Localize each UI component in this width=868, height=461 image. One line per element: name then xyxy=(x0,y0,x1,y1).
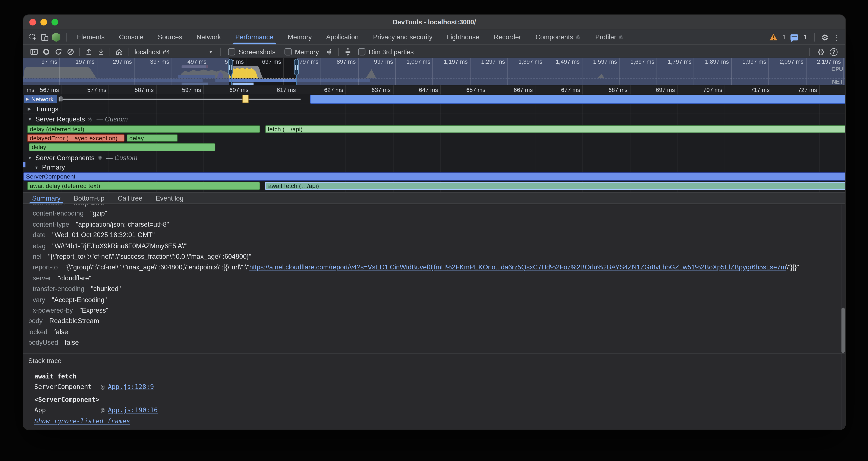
summary-row: date"Wed, 01 Oct 2025 18:32:01 GMT" xyxy=(23,230,845,241)
timings-track[interactable]: ▶ Timings xyxy=(23,104,845,114)
timeline-entry[interactable]: await fetch (…/api) xyxy=(265,181,845,190)
timeline-entry[interactable]: delay (deferred text) xyxy=(27,125,260,133)
timeline-entry[interactable] xyxy=(243,95,248,103)
timeline-entry[interactable]: ServerComponent xyxy=(23,172,845,180)
tab-network[interactable]: Network xyxy=(189,30,228,44)
settings-gear-icon[interactable]: ⚙ xyxy=(821,33,829,41)
report-to-link[interactable]: https://a.nel.cloudflare.com/report/v4?s… xyxy=(249,263,786,271)
summary-row: content-encoding"gzip" xyxy=(23,209,845,220)
tab-lighthouse[interactable]: Lighthouse xyxy=(440,30,487,44)
tab-summary[interactable]: Summary xyxy=(25,193,67,203)
screenshots-checkbox[interactable]: Screenshots xyxy=(228,48,276,56)
primary-subtrack-header[interactable]: ▼ Primary xyxy=(23,163,845,172)
warning-icon[interactable] xyxy=(770,34,777,40)
ruler-gridline xyxy=(583,85,583,94)
details-list: connection"keep-alive"content-encoding"g… xyxy=(23,204,845,348)
node-icon[interactable] xyxy=(52,32,60,42)
capture-settings-gear-icon[interactable]: ⚙ xyxy=(817,48,825,56)
dim-3rd-parties-checkbox[interactable]: Dim 3rd parties xyxy=(358,48,414,56)
memory-checkbox[interactable]: Memory xyxy=(284,48,319,56)
selection-handle-right[interactable] xyxy=(294,59,299,76)
server-components-track-header[interactable]: ▼ Server Components ⚛ — Custom xyxy=(23,153,845,163)
timeline-entry[interactable]: await delay (deferred text) xyxy=(27,181,260,190)
server-requests-track-header[interactable]: ▼ Server Requests ⚛ — Custom xyxy=(23,114,845,124)
load-profile-icon[interactable] xyxy=(83,46,95,57)
tab-privacy-and-security[interactable]: Privacy and security xyxy=(366,30,440,44)
home-icon[interactable] xyxy=(113,46,125,57)
tab-components[interactable]: Components⚛ xyxy=(528,30,588,44)
device-toolbar-icon[interactable] xyxy=(40,33,49,41)
stack-frame: await fetch xyxy=(28,371,845,382)
summary-row: etag"W/\"4b1-RjEJloX9kRinu6F0MAZMmy6E5iA… xyxy=(23,241,845,252)
network-track-header[interactable]: ▶ Network xyxy=(24,95,57,103)
summary-row: bodyReadableStream xyxy=(23,316,845,327)
target-select[interactable]: localhost #4 ▾ xyxy=(131,48,217,56)
ruler-tick-label: 617 ms xyxy=(277,86,296,93)
target-select-value: localhost #4 xyxy=(134,48,170,56)
timeline-entry[interactable]: delay xyxy=(29,143,216,151)
ruler-gridline xyxy=(772,85,773,94)
timeline-tracks[interactable]: ▶ Network ▶ Timings ▼ Server Requests ⚛ … xyxy=(23,94,845,193)
tab-application[interactable]: Application xyxy=(319,30,366,44)
primary-subtrack-label: Primary xyxy=(42,164,65,171)
tab-console[interactable]: Console xyxy=(112,30,151,44)
tab-performance[interactable]: Performance xyxy=(228,30,280,44)
more-options-icon[interactable]: ⋮ xyxy=(833,33,840,41)
source-link[interactable]: App.js:128:9 xyxy=(108,383,154,391)
ruler-gridline xyxy=(156,85,157,94)
tab-call-tree[interactable]: Call tree xyxy=(111,193,149,203)
select-caret-icon: ▾ xyxy=(210,49,218,55)
ruler-tick-label: 707 ms xyxy=(703,86,722,93)
inspect-element-icon[interactable] xyxy=(29,33,37,41)
stack-trace-title: Stack trace xyxy=(28,357,845,364)
devtools-window: DevTools - localhost:3000/ ElementsConso… xyxy=(23,15,845,430)
zoom-button[interactable] xyxy=(52,19,58,25)
close-button[interactable] xyxy=(29,19,36,25)
live-metrics-panel-icon[interactable] xyxy=(28,46,40,57)
help-icon[interactable]: ? xyxy=(830,48,837,56)
server-requests-lane-1: delay (deferred text)fetch (…/api) xyxy=(23,125,845,133)
issues-icon[interactable] xyxy=(790,34,798,40)
scrollbar-thumb[interactable] xyxy=(841,308,845,353)
issues-count: 1 xyxy=(804,33,807,41)
tab-profiler[interactable]: Profiler⚛ xyxy=(588,30,631,44)
chevron-right-icon: ▶ xyxy=(26,97,29,101)
save-profile-icon[interactable] xyxy=(95,46,107,57)
track-resize-grip[interactable] xyxy=(60,96,63,102)
tab-recorder[interactable]: Recorder xyxy=(487,30,528,44)
timeline-overview[interactable]: 97 ms197 ms297 ms397 ms497 ms597 ms697 m… xyxy=(23,58,845,85)
tab-memory[interactable]: Memory xyxy=(281,30,319,44)
timeline-entry[interactable] xyxy=(59,98,300,99)
tab-sources[interactable]: Sources xyxy=(151,30,189,44)
ruler-gridline xyxy=(393,85,394,94)
timeline-entry[interactable]: delay xyxy=(126,134,178,142)
tab-event-log[interactable]: Event log xyxy=(149,193,190,203)
summary-row: content-type"application/json; charset=u… xyxy=(23,220,845,230)
source-link[interactable]: App.js:190:16 xyxy=(108,406,158,414)
clear-button[interactable] xyxy=(64,46,76,57)
server-requests-label: Server Requests xyxy=(35,115,85,123)
summary-row: connection"keep-alive" xyxy=(23,204,845,208)
tab-bottom-up[interactable]: Bottom-up xyxy=(67,193,111,203)
timeline-entry[interactable]: fetch (…/api) xyxy=(265,125,845,133)
dim-overlay-right xyxy=(297,58,845,85)
show-ignore-listed-frames-link[interactable]: Show ignore-listed frames xyxy=(28,417,130,425)
selection-handle-left[interactable] xyxy=(228,59,233,76)
tab-elements[interactable]: Elements xyxy=(70,30,112,44)
detail-ruler[interactable]: ms 567 ms577 ms587 ms597 ms607 ms617 ms6… xyxy=(23,85,845,95)
server-components-label: Server Components xyxy=(35,154,95,162)
minimize-button[interactable] xyxy=(40,19,47,25)
timeline-entry[interactable] xyxy=(310,94,845,103)
cpu-lane-label: CPU xyxy=(832,66,843,72)
track-config-icon[interactable] xyxy=(342,46,354,57)
ruler-tick-label: 727 ms xyxy=(798,86,817,93)
record-and-reload-button[interactable] xyxy=(52,46,64,57)
timeline-entry[interactable]: delayedError (…ayed exception) xyxy=(27,134,125,142)
collect-garbage-icon[interactable] xyxy=(323,46,336,57)
network-track[interactable]: ▶ Network xyxy=(23,94,845,104)
summary-row: x-powered-by"Express" xyxy=(23,305,845,316)
record-button[interactable] xyxy=(40,46,52,57)
memory-label: Memory xyxy=(295,48,319,56)
ruler-gridline xyxy=(488,85,488,94)
window-title: DevTools - localhost:3000/ xyxy=(393,19,476,26)
